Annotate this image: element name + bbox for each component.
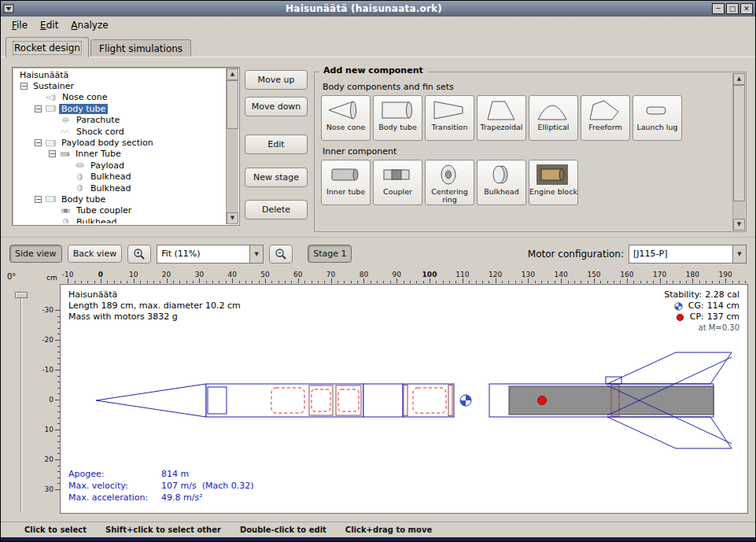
add-freeform-button[interactable]: Freeform [581,95,630,141]
menu-file[interactable]: File [6,18,34,32]
tree-item-shock-cord[interactable]: Shock cord [14,126,225,137]
add-body-tube-button[interactable]: Body tube [373,95,422,141]
tree-item-sustainer[interactable]: −Sustainer [14,80,225,91]
add-coupler-button[interactable]: Coupler [373,160,422,205]
ruler-tick [298,278,299,283]
minimize-button[interactable]: ─ [712,3,725,14]
zoom-out-button[interactable] [269,245,293,264]
ruler-tick [745,281,746,283]
launchlug-icon [639,98,673,122]
tab-flight-simulations[interactable]: Flight simulations [90,39,191,57]
add-centering-ring-button[interactable]: Centering ring [425,160,474,205]
ruler-tick [68,278,68,283]
edit-button[interactable]: Edit [245,135,308,154]
scroll-up-icon[interactable]: ▲ [227,68,238,80]
cp-marker [538,396,547,405]
add-transition-button[interactable]: Transition [425,95,474,141]
scroll-down-icon[interactable]: ▼ [733,219,745,230]
add-engine-block-button[interactable]: Engine block [529,160,578,205]
add-elliptical-button[interactable]: Elliptical [529,95,578,141]
bodytube-icon [379,98,414,122]
tree-item-payload-body-section[interactable]: −Payload body section [14,137,225,148]
ruler-tick [312,281,312,283]
component-label: Centering ring [426,188,474,204]
stage-1-toggle[interactable]: Stage 1 [308,245,352,263]
tree-expander-icon[interactable]: − [35,139,42,146]
stat-label: Apogee: [68,468,161,480]
tree-item-tube-coupler[interactable]: Tube coupler [14,205,225,216]
ruler-tick [666,281,667,283]
rotation-slider[interactable] [14,290,28,512]
component-label: Inner tube [326,188,365,196]
scroll-thumb[interactable] [227,80,238,129]
ruler-tick [87,281,88,283]
ruler-tick [739,281,739,283]
motor-config-select[interactable]: [J115-P] ▼ [629,245,747,264]
palette-group-label: Inner component [323,146,728,157]
ruler-tick [712,281,713,283]
menu-edit[interactable]: Edit [34,18,65,32]
stat-value: 814 m [161,468,189,480]
menu-analyze[interactable]: Analyze [65,18,114,32]
add-launch-lug-button[interactable]: Launch lug [632,95,682,141]
tree-expander-icon[interactable]: − [35,105,42,112]
add-nose-cone-button[interactable]: Nose cone [321,95,371,141]
move-up-button[interactable]: Move up [245,70,308,90]
add-inner-tube-button[interactable]: Inner tube [321,160,371,205]
taskbar-strip [1,537,755,542]
tree-expander-icon[interactable]: − [20,83,28,90]
close-button[interactable]: ✕ [740,3,753,14]
tree-expander-icon[interactable]: − [49,150,56,157]
maximize-button[interactable]: □ [726,3,739,14]
bulkhead-icon [74,173,86,181]
ruler-tick [179,281,180,283]
freeform-icon [587,98,621,122]
scroll-down-icon[interactable]: ▼ [227,212,238,224]
ruler-tick [416,281,417,283]
tree-item-nose-cone[interactable]: Nose cone [14,92,225,103]
engineblock-icon [535,163,570,186]
delete-button[interactable]: Delete [245,200,308,219]
scroll-track[interactable] [227,80,238,212]
tree-scrollbar[interactable]: ▲ ▼ [226,68,238,224]
slider-handle[interactable] [15,292,28,298]
side-view-button[interactable]: Side view [9,245,62,263]
ruler-tick [396,278,397,283]
ruler-tick [594,278,595,283]
ruler-label: 60 [293,271,302,278]
scroll-thumb[interactable] [733,85,745,201]
hint: Click+drag to move [345,525,432,534]
add-bulkhead-button[interactable]: Bulkhead [477,160,526,205]
tree-item-bulkhead[interactable]: Bulkhead [14,171,225,183]
ruler-label: 140 [555,271,568,278]
zoom-in-button[interactable] [127,245,151,264]
ruler-label: 50 [260,271,269,278]
ruler-tick [469,281,470,283]
tree-item-payload[interactable]: Payload [14,160,225,171]
scroll-track[interactable] [733,85,745,219]
move-down-button[interactable]: Move down [245,97,308,116]
tree-item-body-tube[interactable]: −Body tube [14,194,225,205]
new-stage-button[interactable]: New stage [245,168,308,187]
tree-item-haisun-t-[interactable]: Haisunäätä [14,69,225,80]
add-trapezoidal-button[interactable]: Trapezoidal [477,95,526,141]
tree-item-bulkhead[interactable]: Bulkhead [14,216,225,223]
ruler-tick [600,281,601,283]
palette-scrollbar[interactable]: ▲ ▼ [732,73,745,230]
ruler-tick [463,278,463,283]
back-view-button[interactable]: Back view [68,245,123,263]
zoom-value: Fit (11%) [157,249,249,259]
tree-item-inner-tube[interactable]: −Inner Tube [14,149,225,160]
tree-item-bulkhead[interactable]: Bulkhead [14,183,225,194]
tree-item-parachute[interactable]: Parachute [14,115,225,126]
tree-item-body-tube[interactable]: −Body tube [14,103,225,114]
tree-expander-icon[interactable]: − [35,196,42,203]
zoom-select[interactable]: Fit (11%) ▼ [157,245,264,264]
window-menu-icon[interactable] [3,4,16,13]
chevron-down-icon: ▼ [249,245,263,263]
tree-action-buttons: Move upMove downEditNew stageDelete [245,67,308,237]
ruler-tick [363,278,364,283]
tab-rocket-design[interactable]: Rocket design [6,37,89,57]
rocket-canvas[interactable]: Haisunäätä Length 189 cm, max. diameter … [60,284,748,514]
scroll-up-icon[interactable]: ▲ [733,73,745,85]
